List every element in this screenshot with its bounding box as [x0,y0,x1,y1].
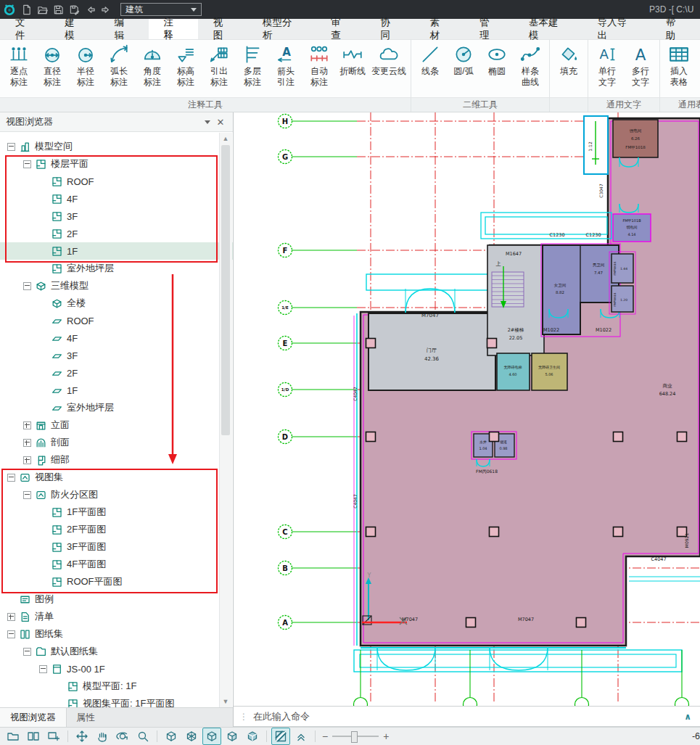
tree-item-1F平面图[interactable]: 1F平面图 [0,503,233,521]
status-dorder-icon[interactable] [271,728,290,745]
zoom-slider[interactable]: −+ [322,730,389,742]
tree-item-图例[interactable]: 图例 [0,590,233,608]
tree-item-ROOF[interactable]: ROOF [0,173,233,190]
tree-item-室外地坪层[interactable]: 室外地坪层 [0,399,233,416]
menu-tab-7[interactable]: 协同 [366,19,415,39]
command-input[interactable]: 在此输入命令 [253,710,681,723]
scroll-up-arrow-icon[interactable]: ▲ [220,133,231,144]
menu-tab-6[interactable]: 审查 [316,19,365,39]
status-winplus-icon[interactable] [44,728,63,745]
tree-item-细部[interactable]: 细部 [0,451,233,469]
ribbon-button-逐点标注[interactable]: 逐点标注 [2,43,36,90]
tree-item-图纸集[interactable]: 图纸集 [0,625,233,643]
drag-handle-icon[interactable]: ⋮ [239,712,247,722]
tree-item-1F[interactable]: 1F [0,382,233,399]
save-icon[interactable] [51,2,65,17]
command-bar-collapse-icon[interactable]: ∧ [681,712,694,722]
ribbon-button-样条曲线[interactable]: 样条曲线 [514,43,547,90]
tree-item-剖面[interactable]: 剖面 [0,434,233,451]
menu-tab-0[interactable]: 文件 [0,19,49,39]
menu-tab-1[interactable]: 建模 [49,19,99,39]
menu-tab-2[interactable]: 编辑 [99,19,148,39]
tree-item-室外地坪层[interactable]: 室外地坪层 [0,260,233,277]
ribbon-button-填充[interactable]: 填充 [552,43,585,90]
ribbon-button-引出标注[interactable]: 引出标注 [202,43,236,90]
tree-item-4F平面图[interactable]: 4F平面图 [0,556,233,573]
tree-item-楼层平面[interactable]: 楼层平面 [0,155,233,173]
ribbon-button-圆/弧[interactable]: 圆/弧 [447,43,480,90]
ribbon-button-表格编辑[interactable]: 表格编辑 [696,43,700,90]
tree-item-4F[interactable]: 4F [0,190,233,207]
menu-tab-10[interactable]: 基本建模 [514,19,582,39]
tree-item-三维模型[interactable]: 三维模型 [0,277,233,295]
tree-expander-icon[interactable] [22,490,32,500]
panel-tab-视图浏览器[interactable]: 视图浏览器 [0,708,67,727]
tree-item-3F[interactable]: 3F [0,347,233,364]
ribbon-button-半径标注[interactable]: 半径标注 [69,43,102,90]
status-cube1-icon[interactable] [162,728,181,745]
zoom-slider-thumb[interactable] [351,731,358,743]
tree-item-ROOF平面图[interactable]: ROOF平面图 [0,573,233,590]
menu-tab-11[interactable]: 导入导出 [582,19,650,39]
panel-tab-属性[interactable]: 属性 [67,708,105,727]
tree-item-视图集[interactable]: 视图集 [0,469,233,486]
status-orbit-icon[interactable] [113,728,132,745]
undo-back-icon[interactable] [83,2,97,17]
ribbon-button-折断线[interactable]: 折断线 [336,43,369,90]
panel-collapse-button[interactable] [201,115,214,128]
menu-tab-12[interactable]: 帮助 [651,19,700,39]
status-cube4-icon[interactable] [223,728,242,745]
open-file-icon[interactable] [35,2,49,17]
ribbon-button-插入表格[interactable]: 插入表格 [662,43,696,90]
ribbon-button-多层标注[interactable]: 多层标注 [236,43,269,90]
save-as-icon[interactable] [67,2,81,17]
status-tile-icon[interactable] [24,728,43,745]
status-hand-icon[interactable] [93,728,112,745]
ribbon-button-弧长标注[interactable]: 弧长标注 [102,43,136,90]
tree-expander-icon[interactable] [22,437,32,448]
tree-item-模型平面: 1F[interactable]: 模型平面: 1F [0,678,233,695]
status-chev-icon[interactable] [292,728,310,745]
ribbon-button-自动标注[interactable]: 自动标注 [302,43,336,90]
tree-expander-icon[interactable] [6,141,16,152]
tree-expander-icon[interactable] [22,455,32,465]
ribbon-button-单行文字[interactable]: A 单行文字 [590,43,624,90]
ribbon-button-变更云线[interactable]: 变更云线 [369,43,408,90]
menu-tab-4[interactable]: 视图 [198,19,247,39]
menu-tab-8[interactable]: 素材 [415,19,464,39]
ribbon-button-直径标注[interactable]: 直径标注 [36,43,69,90]
tree-item-视图集平面: 1F平面图[interactable]: 视图集平面: 1F平面图 [0,695,233,708]
tree-expander-icon[interactable] [22,159,32,169]
ribbon-button-角度标注[interactable]: 角度标注 [136,43,169,90]
scrollbar-thumb[interactable] [221,145,230,435]
tree-item-2F[interactable]: 2F [0,225,233,242]
tree-expander-icon[interactable] [22,420,32,430]
tree-item-3F[interactable]: 3F [0,207,233,225]
tree-item-默认图纸集[interactable]: 默认图纸集 [0,643,233,660]
tree-item-3F平面图[interactable]: 3F平面图 [0,538,233,556]
status-cube2-icon[interactable] [182,728,201,745]
zoom-out-icon[interactable]: − [322,730,328,742]
tree-expander-icon[interactable] [22,281,32,291]
new-file-icon[interactable] [19,2,33,17]
tree-expander-icon[interactable] [38,664,48,674]
tree-expander-icon[interactable] [22,646,32,656]
menu-tab-9[interactable]: 管理 [464,19,514,39]
tree-item-模型空间[interactable]: 模型空间 [0,138,233,155]
tree-item-2F[interactable]: 2F [0,364,233,382]
status-mag-icon[interactable] [133,728,152,745]
tree-expander-icon[interactable] [6,472,16,482]
panel-scrollbar[interactable]: ▲ ▼ [219,133,232,707]
ribbon-button-多行文字[interactable]: A 多行文字 [624,43,657,90]
tree-item-ROOF[interactable]: ROOF [0,312,233,329]
ribbon-button-线条[interactable]: 线条 [413,43,447,90]
tree-item-全楼[interactable]: 全楼 [0,295,233,312]
status-cube3-icon[interactable] [202,728,221,745]
zoom-in-icon[interactable]: + [383,730,389,742]
tree-item-JS-00 1F[interactable]: JS-00 1F [0,660,233,678]
status-cube5-icon[interactable] [243,728,262,745]
scroll-down-arrow-icon[interactable]: ▼ [220,696,231,707]
ribbon-button-箭头引注[interactable]: A 箭头引注 [269,43,302,90]
tree-item-4F[interactable]: 4F [0,329,233,347]
tree-item-2F平面图[interactable]: 2F平面图 [0,521,233,538]
